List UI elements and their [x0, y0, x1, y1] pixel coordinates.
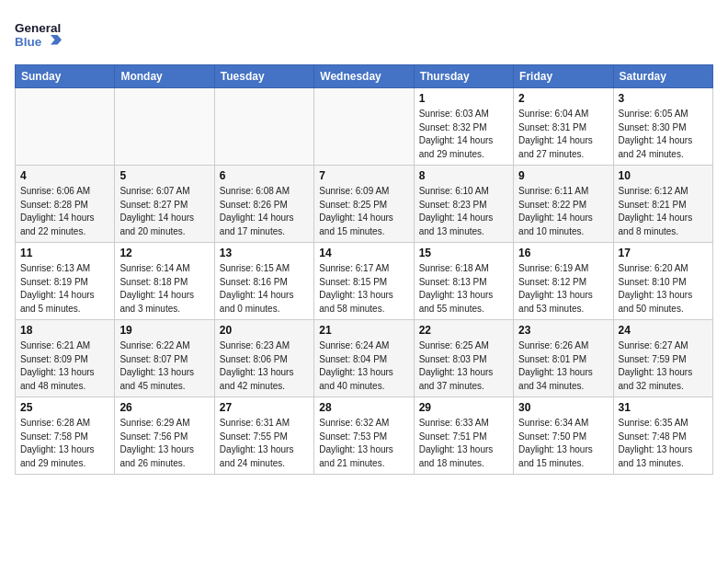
day-cell: 7Sunrise: 6:09 AM Sunset: 8:25 PM Daylig…: [314, 166, 414, 243]
day-info: Sunrise: 6:17 AM Sunset: 8:15 PM Dayligh…: [319, 262, 408, 316]
day-cell: 26Sunrise: 6:29 AM Sunset: 7:56 PM Dayli…: [115, 397, 214, 475]
weekday-header-row: SundayMondayTuesdayWednesdayThursdayFrid…: [16, 65, 713, 88]
day-cell: 30Sunrise: 6:34 AM Sunset: 7:50 PM Dayli…: [514, 397, 613, 475]
day-cell: 24Sunrise: 6:27 AM Sunset: 7:59 PM Dayli…: [613, 320, 712, 397]
svg-text:General: General: [15, 21, 61, 35]
day-cell: 20Sunrise: 6:23 AM Sunset: 8:06 PM Dayli…: [214, 320, 313, 397]
day-info: Sunrise: 6:08 AM Sunset: 8:26 PM Dayligh…: [220, 185, 309, 238]
weekday-header-sunday: Sunday: [16, 65, 115, 88]
day-cell: [314, 88, 414, 166]
day-info: Sunrise: 6:05 AM Sunset: 8:30 PM Dayligh…: [619, 108, 708, 161]
day-info: Sunrise: 6:23 AM Sunset: 8:06 PM Dayligh…: [220, 339, 309, 393]
day-info: Sunrise: 6:25 AM Sunset: 8:03 PM Dayligh…: [419, 339, 508, 393]
day-info: Sunrise: 6:35 AM Sunset: 7:48 PM Dayligh…: [619, 417, 708, 470]
day-cell: 27Sunrise: 6:31 AM Sunset: 7:55 PM Dayli…: [214, 397, 313, 475]
day-info: Sunrise: 6:11 AM Sunset: 8:22 PM Dayligh…: [518, 185, 608, 238]
day-info: Sunrise: 6:26 AM Sunset: 8:01 PM Dayligh…: [518, 339, 608, 393]
week-row-5: 25Sunrise: 6:28 AM Sunset: 7:58 PM Dayli…: [16, 397, 713, 475]
day-info: Sunrise: 6:27 AM Sunset: 7:59 PM Dayligh…: [619, 339, 708, 393]
day-number: 5: [119, 169, 209, 182]
day-number: 13: [220, 247, 309, 259]
day-number: 17: [619, 247, 708, 259]
day-info: Sunrise: 6:24 AM Sunset: 8:04 PM Dayligh…: [319, 339, 408, 393]
day-cell: 23Sunrise: 6:26 AM Sunset: 8:01 PM Dayli…: [514, 320, 613, 397]
day-number: 23: [518, 324, 608, 337]
day-number: 15: [419, 247, 508, 259]
weekday-header-tuesday: Tuesday: [214, 65, 313, 88]
svg-text:Blue: Blue: [15, 35, 42, 49]
day-info: Sunrise: 6:03 AM Sunset: 8:32 PM Dayligh…: [419, 108, 508, 161]
day-cell: 12Sunrise: 6:14 AM Sunset: 8:18 PM Dayli…: [115, 243, 214, 320]
day-info: Sunrise: 6:13 AM Sunset: 8:19 PM Dayligh…: [20, 262, 109, 316]
day-cell: 4Sunrise: 6:06 AM Sunset: 8:28 PM Daylig…: [16, 166, 115, 243]
day-cell: 19Sunrise: 6:22 AM Sunset: 8:07 PM Dayli…: [115, 320, 214, 397]
day-cell: 10Sunrise: 6:12 AM Sunset: 8:21 PM Dayli…: [613, 166, 712, 243]
week-row-2: 4Sunrise: 6:06 AM Sunset: 8:28 PM Daylig…: [16, 166, 713, 243]
day-info: Sunrise: 6:29 AM Sunset: 7:56 PM Dayligh…: [119, 417, 209, 470]
day-info: Sunrise: 6:15 AM Sunset: 8:16 PM Dayligh…: [220, 262, 309, 316]
day-number: 16: [518, 247, 608, 259]
day-cell: 15Sunrise: 6:18 AM Sunset: 8:13 PM Dayli…: [414, 243, 513, 320]
day-info: Sunrise: 6:33 AM Sunset: 7:51 PM Dayligh…: [419, 417, 508, 470]
day-number: 14: [319, 247, 408, 259]
svg-marker-2: [51, 35, 62, 45]
weekday-header-friday: Friday: [514, 65, 613, 88]
day-number: 1: [419, 92, 508, 105]
day-cell: 5Sunrise: 6:07 AM Sunset: 8:27 PM Daylig…: [115, 166, 214, 243]
day-cell: [214, 88, 313, 166]
day-number: 18: [20, 324, 109, 337]
day-number: 25: [20, 401, 109, 414]
day-number: 31: [619, 401, 708, 414]
day-info: Sunrise: 6:34 AM Sunset: 7:50 PM Dayligh…: [518, 417, 608, 470]
day-number: 29: [419, 401, 508, 414]
day-cell: 1Sunrise: 6:03 AM Sunset: 8:32 PM Daylig…: [414, 88, 513, 166]
day-cell: 3Sunrise: 6:05 AM Sunset: 8:30 PM Daylig…: [613, 88, 712, 166]
day-cell: 29Sunrise: 6:33 AM Sunset: 7:51 PM Dayli…: [414, 397, 513, 475]
day-cell: 9Sunrise: 6:11 AM Sunset: 8:22 PM Daylig…: [514, 166, 613, 243]
day-info: Sunrise: 6:19 AM Sunset: 8:12 PM Dayligh…: [518, 262, 608, 316]
day-number: 12: [119, 247, 209, 259]
day-number: 9: [518, 169, 608, 182]
day-info: Sunrise: 6:10 AM Sunset: 8:23 PM Dayligh…: [419, 185, 508, 238]
day-number: 10: [619, 169, 708, 182]
day-number: 22: [419, 324, 508, 337]
weekday-header-monday: Monday: [115, 65, 214, 88]
weekday-header-thursday: Thursday: [414, 65, 513, 88]
day-info: Sunrise: 6:20 AM Sunset: 8:10 PM Dayligh…: [619, 262, 708, 316]
week-row-4: 18Sunrise: 6:21 AM Sunset: 8:09 PM Dayli…: [16, 320, 713, 397]
day-number: 30: [518, 401, 608, 414]
day-number: 24: [619, 324, 708, 337]
day-info: Sunrise: 6:06 AM Sunset: 8:28 PM Dayligh…: [20, 185, 109, 238]
day-cell: 17Sunrise: 6:20 AM Sunset: 8:10 PM Dayli…: [613, 243, 712, 320]
day-number: 26: [119, 401, 209, 414]
day-info: Sunrise: 6:32 AM Sunset: 7:53 PM Dayligh…: [319, 417, 408, 470]
page-header: GeneralBlue: [15, 15, 713, 55]
calendar: SundayMondayTuesdayWednesdayThursdayFrid…: [15, 64, 713, 475]
day-number: 21: [319, 324, 408, 337]
day-cell: [115, 88, 214, 166]
day-cell: 22Sunrise: 6:25 AM Sunset: 8:03 PM Dayli…: [414, 320, 513, 397]
weekday-header-saturday: Saturday: [613, 65, 712, 88]
day-info: Sunrise: 6:07 AM Sunset: 8:27 PM Dayligh…: [119, 185, 209, 238]
day-number: 3: [619, 92, 708, 105]
logo: GeneralBlue: [15, 15, 70, 55]
day-info: Sunrise: 6:31 AM Sunset: 7:55 PM Dayligh…: [220, 417, 309, 470]
day-info: Sunrise: 6:12 AM Sunset: 8:21 PM Dayligh…: [619, 185, 708, 238]
day-cell: 16Sunrise: 6:19 AM Sunset: 8:12 PM Dayli…: [514, 243, 613, 320]
day-cell: 6Sunrise: 6:08 AM Sunset: 8:26 PM Daylig…: [214, 166, 313, 243]
day-info: Sunrise: 6:14 AM Sunset: 8:18 PM Dayligh…: [119, 262, 209, 316]
day-info: Sunrise: 6:21 AM Sunset: 8:09 PM Dayligh…: [20, 339, 109, 393]
week-row-1: 1Sunrise: 6:03 AM Sunset: 8:32 PM Daylig…: [16, 88, 713, 166]
day-number: 19: [119, 324, 209, 337]
day-cell: 11Sunrise: 6:13 AM Sunset: 8:19 PM Dayli…: [16, 243, 115, 320]
weekday-header-wednesday: Wednesday: [314, 65, 414, 88]
day-cell: 31Sunrise: 6:35 AM Sunset: 7:48 PM Dayli…: [613, 397, 712, 475]
day-cell: 28Sunrise: 6:32 AM Sunset: 7:53 PM Dayli…: [314, 397, 414, 475]
day-cell: 25Sunrise: 6:28 AM Sunset: 7:58 PM Dayli…: [16, 397, 115, 475]
day-info: Sunrise: 6:18 AM Sunset: 8:13 PM Dayligh…: [419, 262, 508, 316]
day-number: 20: [220, 324, 309, 337]
day-number: 27: [220, 401, 309, 414]
day-number: 11: [20, 247, 109, 259]
day-info: Sunrise: 6:28 AM Sunset: 7:58 PM Dayligh…: [20, 417, 109, 470]
day-number: 8: [419, 169, 508, 182]
